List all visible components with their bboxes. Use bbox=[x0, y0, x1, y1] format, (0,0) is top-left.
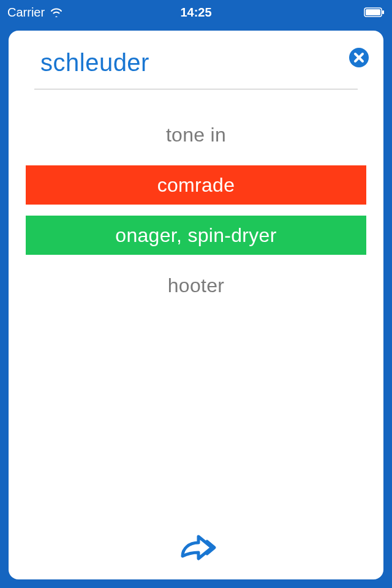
status-left: Carrier bbox=[7, 6, 63, 20]
option-4[interactable]: hooter bbox=[26, 266, 366, 305]
card: tone in comrade onager, spin-dryer hoote… bbox=[9, 31, 383, 579]
status-bar: Carrier 14:25 bbox=[0, 0, 392, 24]
input-row bbox=[34, 49, 358, 89]
option-2[interactable]: comrade bbox=[26, 165, 366, 205]
option-3[interactable]: onager, spin-dryer bbox=[26, 216, 366, 255]
status-time: 14:25 bbox=[180, 6, 211, 20]
battery-icon bbox=[364, 7, 385, 17]
wifi-icon bbox=[50, 7, 63, 17]
share-arrow-icon bbox=[172, 532, 221, 565]
svg-rect-1 bbox=[366, 9, 380, 15]
close-button[interactable] bbox=[348, 47, 370, 69]
status-right bbox=[364, 7, 385, 17]
svg-rect-2 bbox=[382, 10, 384, 14]
share-button[interactable] bbox=[172, 532, 221, 567]
word-input[interactable] bbox=[40, 49, 352, 83]
close-icon bbox=[348, 47, 370, 69]
input-container bbox=[9, 49, 383, 89]
carrier-text: Carrier bbox=[7, 6, 45, 20]
options-list: tone in comrade onager, spin-dryer hoote… bbox=[9, 115, 383, 305]
option-1[interactable]: tone in bbox=[26, 115, 366, 154]
